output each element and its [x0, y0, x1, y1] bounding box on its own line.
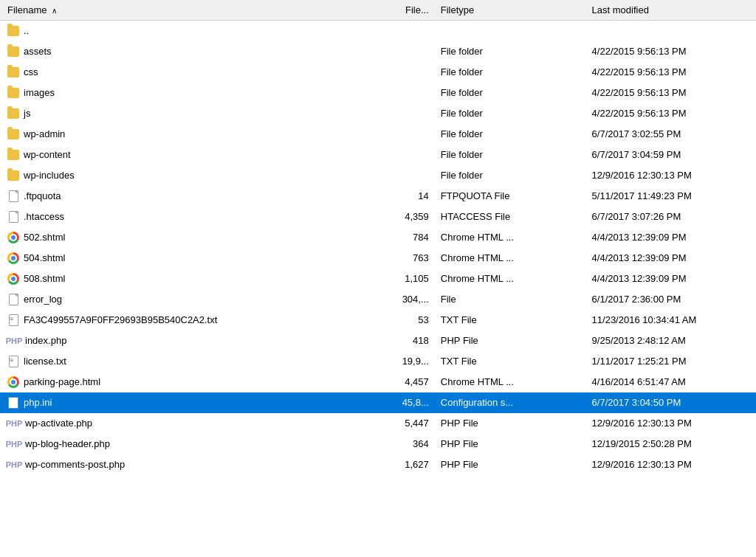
- file-name-cell: css: [7, 66, 353, 78]
- file-date: 6/1/2017 2:36:00 PM: [586, 289, 756, 310]
- table-row[interactable]: 502.shtml784Chrome HTML ...4/4/2013 12:3…: [0, 227, 756, 248]
- col-header-lastmodified[interactable]: Last modified: [586, 0, 756, 21]
- file-size: 19,9...: [359, 351, 434, 372]
- file-name-cell: FA3C499557A9F0FF29693B95B540C2A2.txt: [7, 314, 353, 326]
- php-file-icon: PHP: [7, 418, 21, 429]
- generic-file-icon: [7, 294, 19, 305]
- table-row[interactable]: jsFile folder4/22/2015 9:56:13 PM: [0, 103, 756, 124]
- file-name-cell: wp-content: [7, 149, 353, 161]
- file-name-label: images: [24, 87, 55, 98]
- file-type: Configuration s...: [435, 392, 586, 413]
- file-size: [359, 165, 434, 186]
- table-row[interactable]: 504.shtml763Chrome HTML ...4/4/2013 12:3…: [0, 248, 756, 269]
- table-row[interactable]: imagesFile folder4/22/2015 9:56:13 PM: [0, 83, 756, 103]
- php-file-icon: PHP: [7, 459, 21, 471]
- table-row[interactable]: PHPwp-comments-post.php1,627PHP File12/9…: [0, 454, 756, 475]
- file-name-cell: PHPwp-blog-header.php: [7, 438, 353, 450]
- file-type: PHP File: [435, 454, 586, 475]
- file-type: File folder: [435, 83, 586, 103]
- table-row[interactable]: cssFile folder4/22/2015 9:56:13 PM: [0, 62, 756, 83]
- file-date: 4/22/2015 9:56:13 PM: [586, 41, 756, 62]
- file-size: [359, 21, 434, 41]
- file-name-label: wp-admin: [24, 128, 65, 139]
- file-type: FTPQUOTA File: [435, 186, 586, 207]
- table-row[interactable]: 508.shtml1,105Chrome HTML ...4/4/2013 12…: [0, 269, 756, 289]
- file-type: File folder: [435, 124, 586, 145]
- config-file-icon: [7, 397, 19, 409]
- chrome-html-icon: [7, 232, 19, 243]
- txt-file-icon: [7, 314, 19, 326]
- file-name-cell: PHPwp-activate.php: [7, 418, 353, 429]
- table-row[interactable]: .htaccess4,359HTACCESS File6/7/2017 3:07…: [0, 207, 756, 227]
- file-type: File folder: [435, 103, 586, 124]
- file-name-cell: 504.shtml: [7, 252, 353, 264]
- file-list-table: Filename ∧ File... Filetype Last modifie…: [0, 0, 756, 475]
- generic-file-icon: [7, 211, 19, 223]
- file-name-label: index.php: [25, 335, 66, 346]
- table-row[interactable]: parking-page.html4,457Chrome HTML ...4/1…: [0, 372, 756, 392]
- table-row[interactable]: PHPindex.php418PHP File9/25/2013 2:48:12…: [0, 331, 756, 351]
- col-header-size[interactable]: File...: [359, 0, 434, 21]
- chrome-html-icon: [7, 252, 19, 264]
- file-date: 11/23/2016 10:34:41 AM: [586, 310, 756, 331]
- table-row[interactable]: ..: [0, 21, 756, 41]
- file-size: [359, 62, 434, 83]
- table-row[interactable]: error_log304,...File6/1/2017 2:36:00 PM: [0, 289, 756, 310]
- file-name-label: wp-content: [24, 149, 71, 160]
- table-row[interactable]: wp-contentFile folder6/7/2017 3:04:59 PM: [0, 145, 756, 165]
- table-row[interactable]: license.txt19,9...TXT File1/11/2017 1:25…: [0, 351, 756, 372]
- table-row[interactable]: assetsFile folder4/22/2015 9:56:13 PM: [0, 41, 756, 62]
- file-size: 304,...: [359, 289, 434, 310]
- file-type: Chrome HTML ...: [435, 372, 586, 392]
- file-size: 14: [359, 186, 434, 207]
- table-row[interactable]: PHPwp-blog-header.php364PHP File12/19/20…: [0, 434, 756, 454]
- file-name-label: php.ini: [24, 397, 52, 408]
- file-type: TXT File: [435, 351, 586, 372]
- file-size: 364: [359, 434, 434, 454]
- file-type: [435, 21, 586, 41]
- file-date: 4/22/2015 9:56:13 PM: [586, 103, 756, 124]
- table-row[interactable]: .ftpquota14FTPQUOTA File5/11/2017 11:49:…: [0, 186, 756, 207]
- file-name-label: .ftpquota: [24, 190, 61, 201]
- file-type: File: [435, 289, 586, 310]
- file-name-cell: 508.shtml: [7, 273, 353, 285]
- folder-icon: [7, 128, 19, 140]
- file-size: 45,8...: [359, 392, 434, 413]
- file-name-cell: 502.shtml: [7, 232, 353, 243]
- file-date: 6/7/2017 3:07:26 PM: [586, 207, 756, 227]
- file-date: 4/4/2013 12:39:09 PM: [586, 248, 756, 269]
- file-name-label: wp-blog-header.php: [25, 438, 110, 449]
- folder-icon: [7, 46, 19, 58]
- table-row[interactable]: wp-adminFile folder6/7/2017 3:02:55 PM: [0, 124, 756, 145]
- file-type: Chrome HTML ...: [435, 269, 586, 289]
- file-type: File folder: [435, 145, 586, 165]
- file-name-cell: error_log: [7, 294, 353, 305]
- table-row[interactable]: wp-includesFile folder12/9/2016 12:30:13…: [0, 165, 756, 186]
- col-header-filetype[interactable]: Filetype: [435, 0, 586, 21]
- file-size: [359, 124, 434, 145]
- file-name-label: license.txt: [24, 356, 66, 367]
- table-header: Filename ∧ File... Filetype Last modifie…: [0, 0, 756, 21]
- folder-icon: [7, 170, 19, 181]
- file-name-label: error_log: [24, 294, 62, 305]
- file-name-label: ..: [24, 25, 29, 36]
- file-size: [359, 83, 434, 103]
- table-row[interactable]: php.ini45,8...Configuration s...6/7/2017…: [0, 392, 756, 413]
- table-row[interactable]: FA3C499557A9F0FF29693B95B540C2A2.txt53TX…: [0, 310, 756, 331]
- table-row[interactable]: PHPwp-activate.php5,447PHP File12/9/2016…: [0, 413, 756, 434]
- file-name-label: wp-comments-post.php: [25, 459, 125, 470]
- folder-icon: [7, 108, 19, 120]
- col-header-filename[interactable]: Filename ∧: [0, 0, 359, 21]
- file-date: 4/22/2015 9:56:13 PM: [586, 62, 756, 83]
- file-name-label: 502.shtml: [24, 232, 65, 243]
- file-date: 12/9/2016 12:30:13 PM: [586, 413, 756, 434]
- file-name-label: parking-page.html: [24, 376, 100, 387]
- file-date: 12/19/2015 2:50:28 PM: [586, 434, 756, 454]
- file-size: 4,457: [359, 372, 434, 392]
- file-type: PHP File: [435, 413, 586, 434]
- file-date: [586, 21, 756, 41]
- file-size: 53: [359, 310, 434, 331]
- file-name-cell: license.txt: [7, 356, 353, 367]
- file-size: 763: [359, 248, 434, 269]
- file-type: HTACCESS File: [435, 207, 586, 227]
